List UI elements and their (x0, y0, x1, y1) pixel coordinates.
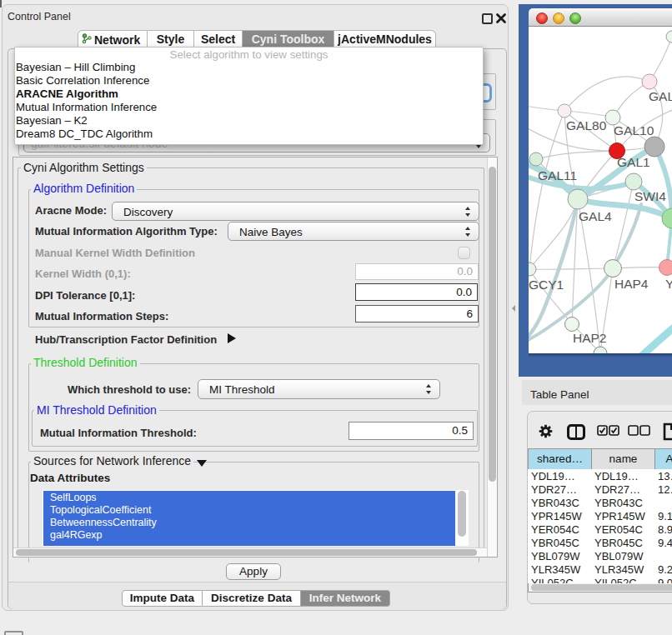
svg-text:HAP4: HAP4 (614, 277, 649, 291)
svg-text:GAL10: GAL10 (614, 123, 654, 138)
svg-text:GAL1: GAL1 (617, 155, 650, 169)
svg-text:GAL11: GAL11 (538, 168, 577, 182)
svg-text:GAL4: GAL4 (579, 209, 612, 223)
svg-text:GAL7: GAL7 (649, 89, 672, 103)
svg-text:GCY1: GCY1 (529, 278, 564, 292)
svg-text:HAP2: HAP2 (573, 331, 607, 345)
svg-text:GAL80: GAL80 (566, 118, 607, 132)
svg-text:SWI4: SWI4 (634, 189, 666, 203)
svg-text:YEL: YEL (665, 277, 672, 291)
